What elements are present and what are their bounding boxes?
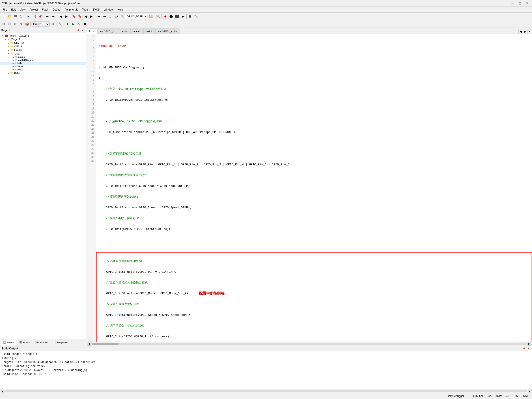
new-file-btn[interactable]: 📄 [1,14,6,19]
nav-fwd-btn[interactable]: ▶ [64,14,69,19]
tree-exit-c[interactable]: ▶ © exit.c [0,68,86,71]
go-btn[interactable]: ▶ [70,21,76,27]
editor-tab-stm32-it[interactable]: stm32f10x_it.c [97,28,119,34]
target-options-btn[interactable]: 🔧 [57,21,63,27]
build-output-label: Build Output [2,347,18,350]
cut-btn[interactable]: ✂ [26,14,31,19]
editor-tab-exit-h[interactable]: exit.h [144,28,155,34]
nav-back-btn[interactable]: ◀ [58,14,63,19]
build-scroll-track[interactable] [5,390,527,392]
tree-doc[interactable]: ▶ 📁 DOC [0,71,86,75]
target-combo[interactable]: Target 1 [32,21,50,26]
redo-btn[interactable]: ↪ [51,14,56,19]
bookmark2-btn[interactable]: 🔖 [77,14,82,19]
project-close-btn[interactable]: ✕ [81,28,84,32]
combo-search-btn[interactable]: ⏬ [148,14,153,19]
led-c-tab-label: led.c [89,30,94,33]
menu-edit[interactable]: Edit [9,8,18,12]
menu-file[interactable]: File [1,8,9,12]
editor-tab-stm32-exti[interactable]: stm32f10x_exti.h [155,28,180,34]
grid-btn[interactable]: ⊞ [188,14,193,19]
download-btn[interactable]: ⬇ [65,21,70,27]
find-btn[interactable]: 🔍 [155,14,161,19]
tree-led-c[interactable]: ▶ © led.c [0,62,86,65]
build-scroll-right[interactable]: ▶ [528,390,531,392]
tree-main-c[interactable]: ▶ © main.c [0,55,86,59]
code-content[interactable]: #include "led.h" void LED_GPIO_Config(vo… [96,34,532,342]
tab-close-btn[interactable]: ✕ [527,29,532,34]
close-button[interactable]: ✕ [524,1,530,6]
settings-btn[interactable]: 🔧 [193,14,199,19]
build-pin-btn[interactable]: 📌 [522,347,526,350]
tab-right-btn[interactable]: ▶ [523,29,527,34]
horizontal-scrollbar[interactable]: ◀ ▶ [86,342,532,346]
bookmark-btn[interactable]: 🔖 [71,14,77,19]
code-editor[interactable]: 1 2 3 4 5 6 7 8 9 10 11 12 13 14 15 16 1 [86,34,532,342]
clean-btn[interactable]: 🗑 [18,21,24,27]
code-line-2 [99,55,529,59]
stm32-exti-tab-label: stm32f10x_exti.h [158,30,177,33]
tree-cmsis[interactable]: ▶ 📁 CMSIS [0,45,86,48]
uncomment-btn[interactable]: ## [114,14,119,19]
h-scroll-left-btn[interactable]: ◀ [87,342,91,346]
tab-left-btn[interactable]: ◀ [518,29,523,34]
debug-stop-btn[interactable]: ⬛ [174,14,180,19]
save-btn[interactable]: 💾 [13,14,18,19]
gpioc-combo[interactable]: GPIOC_BASE [125,14,147,19]
editor-tab-exit-c[interactable]: exit.c [119,28,131,34]
tab-books[interactable]: 📚 Books [17,340,32,345]
h-scroll-track[interactable] [92,343,527,345]
menu-window[interactable]: Window [102,8,115,12]
build-close-btn[interactable]: ✕ [527,347,530,350]
build-hscroll[interactable]: ◀ ▶ [0,389,532,393]
tree-fwlib[interactable]: ▶ 📁 FWLIB [0,48,86,52]
menu-help[interactable]: Help [116,8,125,12]
batch-btn[interactable]: 📦 [24,21,30,27]
h-scroll-right-btn[interactable]: ▶ [527,342,531,346]
paste-btn[interactable]: 📌 [38,14,43,19]
tab-templates[interactable]: 📄 Templates [51,340,70,345]
debug-run-btn[interactable]: ▶ [180,14,185,19]
indent-btn[interactable]: ⇥ [96,14,101,19]
tree-user[interactable]: ▼ 📁 USER [0,52,86,55]
build-btn[interactable]: ⚙ [7,21,12,27]
maximize-button[interactable]: □ [517,1,523,6]
stop-go-btn[interactable]: ⏹ [82,21,88,27]
project-panel-header: Project 📌 ✕ [0,28,86,33]
build-scroll-left[interactable]: ◀ [1,390,4,392]
menu-peripherals[interactable]: Peripherals [63,8,80,12]
build-all-btn[interactable]: ⚙ [13,21,18,27]
comment-btn[interactable]: // [108,14,113,19]
tree-project-root[interactable]: ▼ 💼 Project: F103Z8T6 [0,34,86,38]
prev-location-btn[interactable]: ◀ [83,14,88,19]
go2-btn[interactable]: ▷ [76,21,82,27]
menu-flash[interactable]: Flash [40,8,50,12]
target-dropdown-btn[interactable]: ⚙ [50,21,55,27]
code-line-8: //开启GPIOA、GPIOB、GPIOC的外设时钟 [99,119,529,124]
tree-target1[interactable]: ▼ 🏹 Target 1 [0,38,86,41]
minimize-button[interactable]: — [510,1,516,6]
tab-functions[interactable]: {} Functions [33,340,50,345]
menu-debug[interactable]: Debug [51,8,62,12]
debug-start-btn[interactable]: ⏺ [163,14,168,19]
tree-key-c[interactable]: ▶ © Key.c [0,65,86,68]
undo-btn[interactable]: ↩ [45,14,50,19]
copy-btn[interactable]: 📋 [32,14,37,19]
editor-tab-main-c[interactable]: main.c [131,28,144,34]
save-all-btn[interactable]: 🗂 [18,14,24,19]
tab-project[interactable]: 📋 Project [1,340,16,345]
menu-view[interactable]: View [18,8,27,12]
tree-startup[interactable]: ▶ 📁 STARTUP [0,41,86,45]
build-prev-btn[interactable]: ⚙ [1,21,6,27]
editor-tab-led-c[interactable]: led.c [86,28,97,34]
unindent-btn[interactable]: ⇤ [102,14,107,19]
tree-stm32-it[interactable]: ▶ © stm32f10x_it.c [0,59,86,62]
h-scroll-thumb[interactable] [92,343,119,345]
debug-reset-btn[interactable]: ⬤ [168,14,174,19]
menu-tools[interactable]: Tools [80,8,90,12]
project-pin-btn[interactable]: 📌 [76,28,80,32]
menu-project[interactable]: Project [28,8,40,12]
menu-svcs[interactable]: SVCS [91,8,102,12]
next-location-btn[interactable]: ▶ [89,14,94,19]
open-btn[interactable]: 📂 [7,14,12,19]
